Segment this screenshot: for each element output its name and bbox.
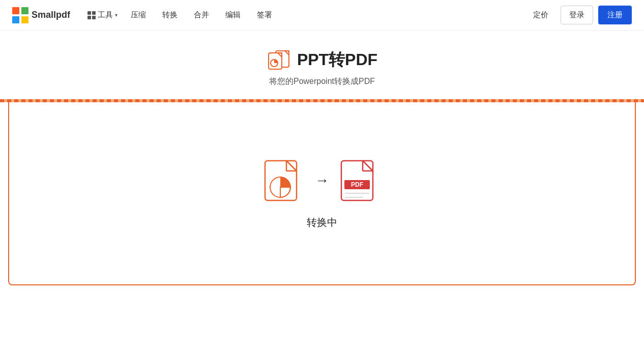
pdf-file-icon: PDF [339, 158, 381, 203]
login-button[interactable]: 登录 [561, 6, 593, 24]
ppt-file-icon [263, 158, 305, 203]
nav-links: 压缩 转换 合并 编辑 签署 [131, 10, 272, 20]
nav-link-edit[interactable]: 编辑 [225, 10, 241, 20]
progress-bar-fill [0, 99, 644, 102]
nav-link-compress[interactable]: 压缩 [131, 10, 146, 20]
svg-rect-3 [21, 16, 28, 23]
conversion-arrow-icon: → [315, 172, 329, 189]
progress-bar-container [0, 99, 644, 102]
nav-link-merge[interactable]: 合并 [194, 10, 209, 20]
ppt-file-svg [263, 158, 305, 203]
svg-text:PDF: PDF [351, 181, 363, 188]
hero-section: PPT转PDF 将您的Powerpoint转换成PDF [0, 31, 644, 99]
pricing-link[interactable]: 定价 [533, 10, 548, 20]
hero-title-row: PPT转PDF [0, 49, 644, 71]
svg-rect-1 [21, 7, 28, 14]
pdf-file-svg: PDF [339, 158, 381, 203]
svg-rect-2 [12, 16, 19, 23]
logo[interactable]: Smallpdf [12, 7, 70, 23]
chevron-down-icon: ▾ [115, 12, 118, 18]
ppt-pdf-combo-icon [267, 49, 291, 71]
conversion-area: → PDF 转换中 [8, 102, 636, 285]
navbar: Smallpdf 工具 ▾ 压缩 转换 合并 编辑 签署 定价 登录 注册 [0, 0, 644, 31]
nav-link-sign[interactable]: 签署 [257, 10, 272, 20]
hero-subtitle: 将您的Powerpoint转换成PDF [0, 76, 644, 87]
conversion-status-text: 转换中 [307, 216, 337, 229]
conversion-icons-row: → PDF [263, 158, 381, 203]
logo-icon [12, 7, 28, 23]
nav-link-convert[interactable]: 转换 [162, 10, 178, 20]
tools-label: 工具 [98, 10, 113, 20]
tools-menu[interactable]: 工具 ▾ [82, 7, 123, 23]
svg-rect-0 [12, 7, 19, 14]
logo-text: Smallpdf [32, 10, 70, 20]
grid-icon [87, 11, 96, 19]
signup-button[interactable]: 注册 [598, 6, 632, 24]
page-title: PPT转PDF [297, 49, 377, 71]
